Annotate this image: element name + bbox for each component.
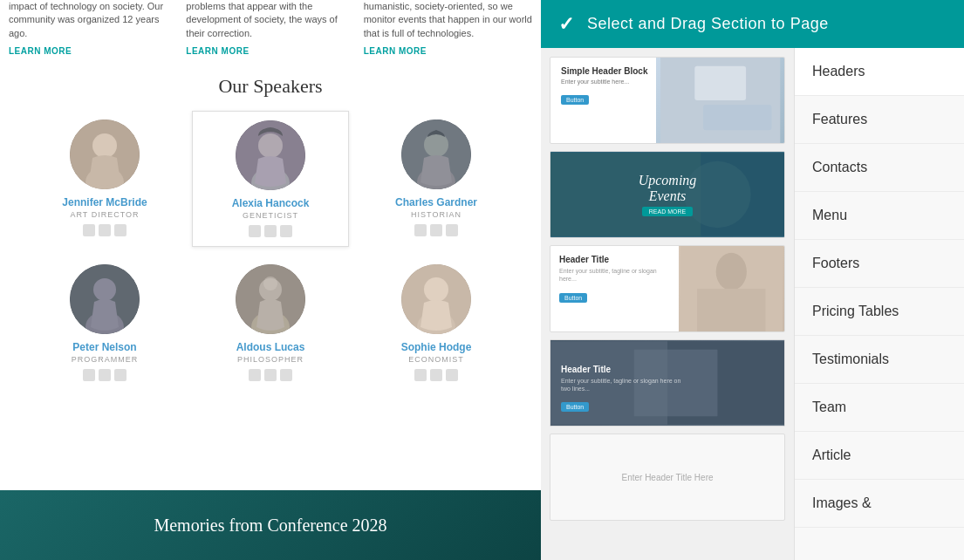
speaker-card-aldous: Aldous Lucas PHILOSOPHER xyxy=(192,256,349,390)
speaker-name-alexia: Alexia Hancock xyxy=(232,197,310,209)
thumbnail-1[interactable]: Simple Header Block Enter your subtitle … xyxy=(550,57,785,144)
thumb-1-content: Simple Header Block Enter your subtitle … xyxy=(550,58,784,114)
nav-item-footers[interactable]: Footers xyxy=(795,240,964,288)
speaker-card-alexia: Alexia Hancock GENETICIST xyxy=(192,111,349,247)
speaker-name-charles: Charles Gardner xyxy=(395,196,477,208)
right-panel: ✓ Select and Drag Section to Page Simple… xyxy=(541,0,964,560)
speakers-title: Our Speakers xyxy=(26,75,515,98)
nav-item-features[interactable]: Features xyxy=(795,96,964,144)
icon-dot xyxy=(114,224,126,236)
speaker-name-aldous: Aldous Lucas xyxy=(236,341,305,353)
speaker-role-aldous: PHILOSOPHER xyxy=(237,355,304,364)
nav-item-contacts[interactable]: Contacts xyxy=(795,144,964,192)
speakers-grid: Jennifer McBride ART DIRECTOR xyxy=(26,111,515,390)
icon-dot xyxy=(280,369,292,381)
icon-dot xyxy=(114,369,126,381)
speaker-icons-sophie xyxy=(414,369,458,381)
thumbnail-3[interactable]: Header Title Enter your subtitle, taglin… xyxy=(550,245,785,332)
icon-dot xyxy=(99,224,111,236)
icon-dot xyxy=(446,224,458,236)
nav-column: Headers Features Contacts Menu Footers P… xyxy=(794,48,964,560)
speaker-avatar-sophie xyxy=(401,264,471,334)
thumb-2-content: Upcoming Events READ MORE xyxy=(550,152,784,237)
speaker-name-jennifer: Jennifer McBride xyxy=(62,196,147,208)
thumbnail-2[interactable]: Upcoming Events READ MORE xyxy=(550,151,785,238)
svg-point-10 xyxy=(93,278,116,301)
thumb-3-title: Header Title xyxy=(559,255,670,264)
thumb-3-right xyxy=(679,246,784,331)
col-1-text: impact of technology on society. Our com… xyxy=(9,1,163,38)
thumb-4-sub: Enter your subtitle, tagline or slogan h… xyxy=(561,377,692,393)
thumbnails-column[interactable]: Simple Header Block Enter your subtitle … xyxy=(541,48,794,560)
speaker-avatar-jennifer xyxy=(70,120,140,189)
speaker-role-peter: PROGRAMMER xyxy=(72,355,139,364)
icon-dot xyxy=(83,369,95,381)
icon-dot xyxy=(249,369,261,381)
icon-dot xyxy=(446,369,458,381)
speaker-icons-aldous xyxy=(249,369,292,381)
svg-point-4 xyxy=(258,133,283,158)
learn-more-3[interactable]: LEARN MORE xyxy=(364,45,532,58)
svg-point-26 xyxy=(716,253,747,290)
icon-dot xyxy=(430,224,442,236)
thumb-3-button[interactable]: Button xyxy=(559,293,587,303)
thumb-4-title: Header Title xyxy=(561,365,692,374)
icon-dot xyxy=(264,225,277,237)
toolbar-title: Select and Drag Section to Page xyxy=(587,15,829,33)
speaker-icons-charles xyxy=(414,224,458,236)
speaker-icons-alexia xyxy=(249,225,292,237)
svg-point-17 xyxy=(424,277,448,302)
left-panel: impact of technology on society. Our com… xyxy=(0,0,541,560)
thumb-4-content: Header Title Enter your subtitle, taglin… xyxy=(561,365,692,413)
learn-more-1[interactable]: LEARN MORE xyxy=(9,45,177,58)
col-2: problems that appear with the developmen… xyxy=(186,0,354,58)
icon-dot xyxy=(249,225,261,237)
col-3-text: humanistic, society-oriented, so we moni… xyxy=(364,1,532,38)
icon-dot xyxy=(280,225,292,237)
nav-item-menu[interactable]: Menu xyxy=(795,192,964,240)
speaker-avatar-charles xyxy=(401,120,471,189)
thumb-2-button[interactable]: READ MORE xyxy=(642,207,693,216)
nav-item-images[interactable]: Images & xyxy=(795,480,964,528)
content-area: Simple Header Block Enter your subtitle … xyxy=(541,48,964,560)
learn-more-2[interactable]: LEARN MORE xyxy=(186,45,354,58)
speaker-role-sophie: ECONOMIST xyxy=(408,355,464,364)
thumb-1-title: Simple Header Block xyxy=(561,66,774,76)
nav-item-pricing-tables[interactable]: Pricing Tables xyxy=(795,288,964,336)
bottom-banner: Memories from Conference 2028 xyxy=(0,490,541,560)
nav-item-testimonials[interactable]: Testimonials xyxy=(795,336,964,384)
thumbnail-4[interactable]: Header Title Enter your subtitle, taglin… xyxy=(550,339,785,427)
nav-item-team[interactable]: Team xyxy=(795,384,964,432)
thumb-4-button[interactable]: Button xyxy=(561,402,589,412)
svg-rect-28 xyxy=(698,289,766,331)
speaker-card-charles: Charles Gardner HISTORIAN xyxy=(358,111,515,247)
nav-item-article[interactable]: Article xyxy=(795,432,964,480)
toolbar: ✓ Select and Drag Section to Page xyxy=(541,0,964,48)
speaker-card-jennifer: Jennifer McBride ART DIRECTOR xyxy=(26,111,183,247)
svg-point-1 xyxy=(92,133,117,158)
thumb-5-text: Enter Header Title Here xyxy=(621,473,713,482)
speaker-avatar-alexia xyxy=(236,120,305,190)
thumb-1-sub: Enter your subtitle here... xyxy=(561,79,774,85)
svg-point-15 xyxy=(263,277,277,290)
icon-dot xyxy=(264,369,277,381)
icon-dot xyxy=(83,224,95,236)
speaker-card-peter: Peter Nelson PROGRAMMER xyxy=(26,256,183,390)
speaker-role-charles: HISTORIAN xyxy=(411,210,461,219)
speaker-icons-peter xyxy=(83,369,126,381)
speaker-role-jennifer: ART DIRECTOR xyxy=(70,210,139,219)
nav-item-headers[interactable]: Headers xyxy=(795,48,964,96)
check-icon: ✓ xyxy=(558,13,574,36)
thumb-1-button[interactable]: Button xyxy=(561,95,589,105)
col-3: humanistic, society-oriented, so we moni… xyxy=(364,0,532,58)
speaker-avatar-aldous xyxy=(236,264,305,334)
speaker-icons-jennifer xyxy=(83,224,126,236)
thumb-2-title: Upcoming Events xyxy=(639,173,697,203)
speaker-role-alexia: GENETICIST xyxy=(243,211,298,220)
speaker-card-sophie: Sophie Hodge ECONOMIST xyxy=(358,256,515,390)
thumbnail-5[interactable]: Enter Header Title Here xyxy=(550,434,785,521)
speakers-section: Our Speakers Jennifer McBride ART DIRECT… xyxy=(0,66,541,399)
thumb-3-left: Header Title Enter your subtitle, taglin… xyxy=(550,246,679,331)
speaker-name-peter: Peter Nelson xyxy=(72,341,136,353)
bottom-banner-text: Memories from Conference 2028 xyxy=(154,516,386,536)
